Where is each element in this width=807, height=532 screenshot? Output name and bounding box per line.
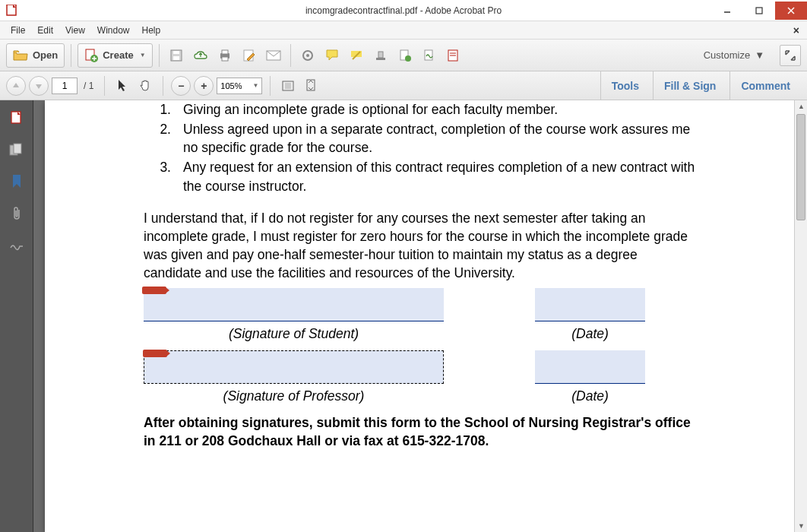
forms-icon <box>447 49 460 62</box>
customize-button[interactable]: Customize ▼ <box>698 49 771 61</box>
scroll-thumb[interactable] <box>796 114 805 220</box>
sign-icon <box>422 49 436 62</box>
title-bar: incomgradecontractfinal.pdf - Adobe Acro… <box>0 0 807 21</box>
save-icon <box>169 49 183 62</box>
stamp-button[interactable] <box>370 45 391 66</box>
caret-icon: ▼ <box>755 49 764 61</box>
attachments-button[interactable] <box>7 204 27 223</box>
thumbnails-button[interactable] <box>7 108 27 128</box>
divider <box>71 44 71 67</box>
print-button[interactable] <box>214 45 236 66</box>
highlight-button[interactable] <box>346 45 367 66</box>
professor-signature-field[interactable] <box>144 350 444 384</box>
document-page: 1.Giving an incomplete grade is optional… <box>45 100 796 532</box>
scroll-down-button[interactable]: ▼ <box>795 520 807 532</box>
main-area: 1.Giving an incomplete grade is optional… <box>0 100 807 532</box>
forms-button[interactable] <box>443 45 464 66</box>
comment-icon <box>325 49 339 62</box>
svg-rect-0 <box>7 5 16 15</box>
menu-help[interactable]: Help <box>136 23 167 38</box>
signature-icon <box>9 240 24 251</box>
open-button[interactable]: Open <box>6 43 65 68</box>
professor-date-field[interactable] <box>535 350 645 384</box>
fit-width-button[interactable] <box>278 76 298 96</box>
menu-edit[interactable]: Edit <box>31 23 59 38</box>
settings-button[interactable] <box>297 45 318 66</box>
acrobat-icon <box>6 5 18 17</box>
document-viewport[interactable]: 1.Giving an incomplete grade is optional… <box>33 100 807 532</box>
divider <box>104 76 105 96</box>
window-title: incomgradecontractfinal.pdf - Adobe Acro… <box>305 5 502 16</box>
bookmarks-button[interactable] <box>7 172 27 192</box>
signatures-button[interactable] <box>7 236 27 255</box>
close-button[interactable] <box>775 2 807 20</box>
customize-label: Customize <box>704 49 750 61</box>
professor-date-label: (Date) <box>535 387 645 405</box>
fill-sign-panel-button[interactable]: Fill & Sign <box>653 71 726 100</box>
list-item: 3.Any request for an extension of this c… <box>159 158 697 195</box>
tools-panel-button[interactable]: Tools <box>600 71 650 100</box>
cursor-icon <box>116 79 128 93</box>
attach-button[interactable] <box>394 45 416 66</box>
svg-rect-11 <box>173 51 179 54</box>
attach-file-icon <box>398 49 412 62</box>
menu-window[interactable]: Window <box>91 23 136 38</box>
fit-page-button[interactable] <box>301 76 321 96</box>
menu-file[interactable]: File <box>5 23 31 38</box>
create-button[interactable]: Create ▼ <box>78 43 152 68</box>
envelope-icon <box>266 50 281 61</box>
zoom-in-button[interactable]: + <box>194 76 214 96</box>
divider <box>290 44 291 67</box>
sign-button[interactable] <box>419 45 440 66</box>
list-item: 1.Giving an incomplete grade is optional… <box>159 100 697 119</box>
divider <box>159 44 160 67</box>
page-total: / 1 <box>84 81 93 91</box>
signature-labels: (Signature of Professor) (Date) <box>144 387 697 405</box>
save-button[interactable] <box>166 45 187 66</box>
arrow-up-icon <box>11 81 21 90</box>
student-signature-field[interactable] <box>144 288 444 321</box>
sign-here-tag <box>142 287 166 294</box>
zoom-value: 105% <box>220 81 242 90</box>
svg-point-23 <box>405 55 411 62</box>
sign-here-tag <box>143 350 167 357</box>
next-page-button[interactable] <box>29 76 49 96</box>
fit-width-icon <box>281 80 295 92</box>
submit-instructions: After obtaining signatures, submit this … <box>144 413 697 450</box>
prev-page-button[interactable] <box>6 76 26 96</box>
svg-rect-21 <box>378 52 383 58</box>
edit-text-button[interactable] <box>239 45 260 66</box>
student-date-field[interactable] <box>535 288 645 321</box>
divider <box>163 76 163 96</box>
menu-close-doc[interactable]: × <box>793 24 799 36</box>
list-num: 2. <box>159 120 183 157</box>
scroll-up-button[interactable]: ▲ <box>795 100 807 112</box>
sticky-note-button[interactable] <box>321 45 343 66</box>
pages-button[interactable] <box>7 140 27 160</box>
professor-signature-label: (Signature of Professor) <box>144 387 444 405</box>
menu-view[interactable]: View <box>59 23 91 38</box>
maximize-button[interactable] <box>743 2 775 20</box>
zoom-out-button[interactable]: − <box>171 76 191 96</box>
highlight-icon <box>350 49 363 62</box>
hand-tool-button[interactable] <box>135 76 155 96</box>
student-signature-label: (Signature of Student) <box>144 325 444 343</box>
comment-panel-button[interactable]: Comment <box>729 71 801 100</box>
svg-rect-2 <box>756 8 762 14</box>
expand-toolbar-button[interactable] <box>780 45 801 66</box>
side-nav <box>0 100 33 532</box>
email-button[interactable] <box>263 45 284 66</box>
zoom-select[interactable]: 105% ▼ <box>217 78 262 94</box>
svg-rect-13 <box>222 50 228 54</box>
vertical-scrollbar[interactable]: ▲ ▼ <box>794 100 807 532</box>
arrow-down-icon <box>34 81 43 90</box>
edit-icon <box>242 49 256 62</box>
page-number-input[interactable] <box>52 78 78 94</box>
select-tool-button[interactable] <box>112 76 132 96</box>
minimize-button[interactable] <box>711 2 743 20</box>
svg-rect-10 <box>173 56 179 60</box>
create-label: Create <box>103 49 133 61</box>
cloud-button[interactable] <box>190 45 211 66</box>
list-text: Any request for an extension of this con… <box>183 158 697 195</box>
expand-icon <box>785 50 796 61</box>
